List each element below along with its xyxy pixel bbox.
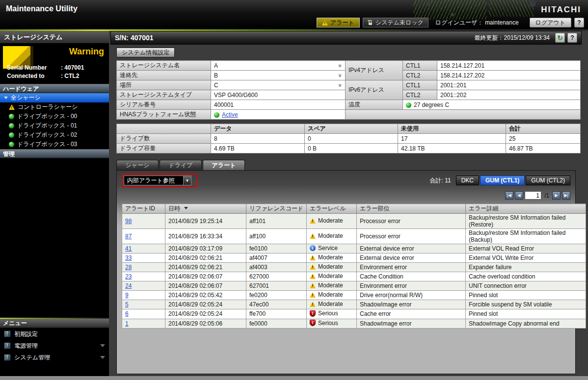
status-ok-icon xyxy=(9,132,14,138)
temperature-value: 27 degrees C xyxy=(403,100,581,110)
prev-page-button[interactable]: ◀ xyxy=(515,191,523,200)
tab-drive[interactable]: ドライブ xyxy=(160,160,202,170)
drive-header-total: 合計 xyxy=(506,124,581,134)
error-level-cell: Moderate xyxy=(307,214,357,229)
alert-id-link[interactable]: 5 xyxy=(125,301,129,308)
sidebar-item-label: ドライブボックス - 00 xyxy=(17,112,77,121)
error-detail-cell: External VOL Write Error xyxy=(466,253,586,263)
drive-capacity-spare: 0 B xyxy=(305,144,398,153)
sidebar-item-label: ドライブボックス - 03 xyxy=(17,140,77,149)
error-detail-cell: Pinned slot xyxy=(466,291,586,300)
sidebar-item-controller-chassis[interactable]: コントローラシャーシ xyxy=(0,102,109,112)
sidebar-item-all-chassis[interactable]: 全シャーシ xyxy=(0,93,109,102)
header-alert-id[interactable]: アラートID xyxy=(122,204,165,214)
alert-source-dropdown[interactable]: 内部アラート参照 ▼ xyxy=(124,176,191,185)
app-title: Maintenance Utility xyxy=(6,4,78,13)
system-info-settings-button[interactable]: システム情報設定 xyxy=(116,48,175,57)
header-error-detail[interactable]: エラー詳細 xyxy=(466,204,586,214)
sidebar-item-drive-box-03[interactable]: ドライブボックス - 03 xyxy=(0,140,109,149)
help-button[interactable]: ? xyxy=(574,18,584,27)
error-part-cell: Processor error xyxy=(357,214,466,229)
severity-moderate-icon xyxy=(310,233,316,239)
alert-table-row: 62014/08/29 02:05:24ffe700SeriousCache e… xyxy=(122,309,586,319)
alert-id-link[interactable]: 98 xyxy=(125,218,132,225)
sn-header-bar: S/N: 407001 最終更新：2015/12/09 13:34 ↻ ? xyxy=(110,31,582,45)
expand-chevron-icon[interactable]: » xyxy=(337,74,344,77)
sidebar-item-drive-box-02[interactable]: ドライブボックス - 02 xyxy=(0,130,109,140)
alert-id-link[interactable]: 9 xyxy=(125,292,129,299)
tab-alert[interactable]: アラート xyxy=(203,160,245,170)
storage-system-name-value[interactable]: A » xyxy=(211,61,346,71)
alert-id-link[interactable]: 6 xyxy=(125,310,129,317)
error-level-cell: Serious xyxy=(307,309,357,319)
alert-id-link[interactable]: 23 xyxy=(125,273,132,280)
alert-table-row: 242014/08/29 02:06:07627001ModerateEnvir… xyxy=(122,281,586,291)
datetime-cell: 2014/08/29 19:25:14 xyxy=(165,214,246,229)
gum-ctl2-button[interactable]: GUM (CTL2) xyxy=(526,176,570,185)
error-level-text: Service xyxy=(318,245,338,252)
error-detail-cell: Backup/restore SM Information failed (Ba… xyxy=(466,229,586,244)
error-level-cell: Moderate xyxy=(307,300,357,309)
ipv4-ctl2-value: 158.214.127.202 xyxy=(437,71,581,80)
header-controls: アラート システム未ロック ログインユーザ： maintenance ログアウト… xyxy=(317,18,584,27)
header-reference-code[interactable]: リファレンスコード xyxy=(246,204,307,214)
contact-value[interactable]: B » xyxy=(211,71,346,80)
sidebar-item-drive-box-01[interactable]: ドライブボックス - 01 xyxy=(0,121,109,130)
error-level: Moderate xyxy=(310,254,343,261)
window-bottom-strip xyxy=(0,376,588,380)
menu-item-system-management[interactable]: システム管理 xyxy=(0,352,109,363)
sidebar-item-drive-box-00[interactable]: ドライブボックス - 00 xyxy=(0,112,109,121)
drive-capacity-unused: 42.18 TB xyxy=(398,144,506,153)
error-level: Moderate xyxy=(310,291,343,298)
help-button[interactable]: ? xyxy=(567,33,577,43)
location-value[interactable]: C » xyxy=(211,80,346,90)
error-part-cell: ShadowImage error xyxy=(357,319,466,329)
chevron-down-icon xyxy=(100,356,105,359)
error-level-cell: Moderate xyxy=(307,272,357,281)
error-detail-cell: Forcible suspend by SM volatile xyxy=(466,300,586,309)
alert-id-link[interactable]: 28 xyxy=(125,264,132,271)
location-label: 場所 xyxy=(117,80,211,90)
reference-code-cell: fe0000 xyxy=(246,319,307,329)
serial-number-value: : 407001 xyxy=(61,64,84,71)
refresh-icon: ↻ xyxy=(557,34,563,41)
alert-id-link[interactable]: 87 xyxy=(125,233,132,240)
hnas-active-link[interactable]: Active xyxy=(222,111,238,118)
header-error-level[interactable]: エラーレベル xyxy=(307,204,357,214)
alert-id-cell: 23 xyxy=(122,272,165,281)
menu-section-header: メニュー xyxy=(0,319,109,328)
sn-header-right: 最終更新：2015/12/09 13:34 ↻ ? xyxy=(475,33,577,43)
expand-chevron-icon[interactable]: » xyxy=(337,83,344,87)
alert-status-button[interactable]: アラート xyxy=(317,18,360,27)
logout-button[interactable]: ログアウト xyxy=(530,18,571,27)
first-page-button[interactable]: |◀ xyxy=(505,191,513,200)
alert-id-link[interactable]: 1 xyxy=(125,320,129,327)
expand-chevron-icon[interactable]: » xyxy=(337,64,344,67)
severity-serious-icon xyxy=(310,320,316,326)
menu-item-power-management[interactable]: 電源管理 xyxy=(0,340,109,352)
header-error-part[interactable]: エラー部位 xyxy=(357,204,466,214)
page-input[interactable] xyxy=(525,191,541,200)
header-datetime[interactable]: 日時 xyxy=(165,204,246,214)
alert-id-link[interactable]: 41 xyxy=(125,245,132,252)
sidebar-item-label: 全シャーシ xyxy=(11,94,41,102)
next-page-button[interactable]: ▶ xyxy=(552,191,561,200)
login-user-value: maintenance xyxy=(485,19,519,26)
dkc-button[interactable]: DKC xyxy=(456,176,479,185)
alert-table-row: 52014/08/29 02:05:2447ec00ModerateShadow… xyxy=(122,300,586,309)
temperature-label: 温度 xyxy=(346,100,403,110)
error-level: Moderate xyxy=(310,263,343,270)
menu-item-label: 初期設定 xyxy=(14,330,38,338)
severity-moderate-icon xyxy=(310,283,316,288)
gum-ctl1-button[interactable]: GUM (CTL1) xyxy=(480,176,525,185)
system-lock-button[interactable]: システム未ロック xyxy=(363,18,428,27)
error-level-cell: Moderate xyxy=(307,263,357,272)
management-section-header: 管理 xyxy=(0,149,109,158)
refresh-button[interactable]: ↻ xyxy=(555,33,565,43)
menu-item-initial-settings[interactable]: 初期設定 xyxy=(0,328,109,340)
drive-header-data: データ xyxy=(211,124,305,134)
tab-chassis[interactable]: シャーシ xyxy=(116,160,159,170)
last-page-button[interactable]: ▶| xyxy=(562,191,570,200)
alert-id-link[interactable]: 24 xyxy=(125,282,132,289)
alert-id-link[interactable]: 33 xyxy=(125,254,132,261)
